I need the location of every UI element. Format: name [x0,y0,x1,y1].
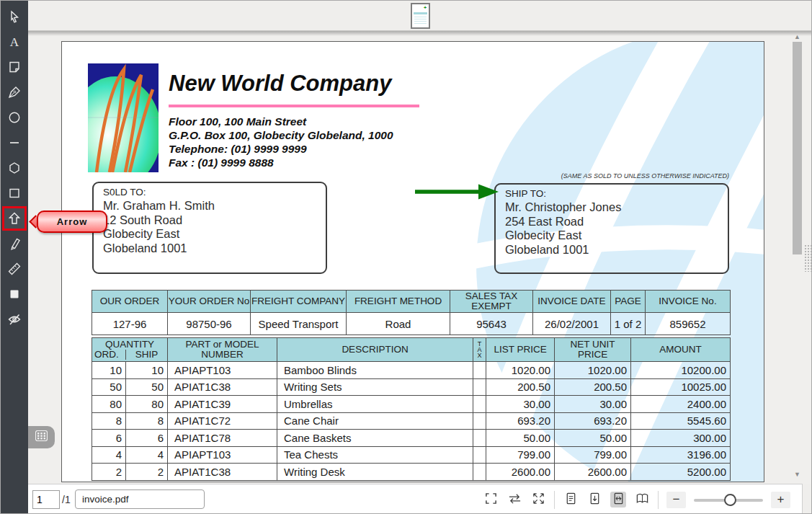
vertical-scroll-icon [588,492,602,508]
table-cell: Cane Baskets [277,430,473,447]
expand-button[interactable] [530,492,546,508]
col-page: PAGE [611,291,646,313]
col-freight-company: FREIGHT COMPANY [251,291,347,313]
ellipse-icon [7,110,22,125]
hide-annotations-tool-button[interactable] [2,307,27,332]
green-arrow-annotation[interactable] [408,183,501,200]
ship-to-box: SHIP TO: Mr. Christopher Jones 254 East … [494,183,729,274]
page-number-input[interactable] [32,490,60,509]
table-cell: 6 [126,430,168,447]
table-cell [473,412,486,430]
svg-text:A: A [10,35,19,49]
order-info-table: OUR ORDER YOUR ORDER No FREIGHT COMPANY … [92,290,731,335]
table-cell: 4 [92,446,126,464]
scroll-up-arrow[interactable]: ▲ [792,32,803,41]
table-cell: APIAT1C38 [168,378,277,396]
table-cell: 2400.00 [631,396,731,413]
table-cell: 10025.00 [631,378,731,396]
scrollbar-thumb[interactable] [793,42,802,254]
table-cell: APIAT1C38 [168,464,277,481]
arrow-tool-button[interactable] [2,206,27,231]
table-cell: 10 [126,362,168,379]
document-viewport: New World Company Floor 100, 100 Main St… [28,31,812,484]
page-spread-icon [612,492,625,508]
order-values-row: 127-96 98750-96 Speed Transport Road 956… [92,313,731,335]
line-tool-button[interactable] [2,130,27,155]
table-cell: 30.00 [555,396,631,413]
highlighter-tool-button[interactable] [2,231,27,256]
pointer-tool-button[interactable] [2,4,27,29]
table-cell: 50.00 [486,430,555,447]
pen-icon [7,85,22,99]
col-ord: ORD. [92,350,125,360]
zoom-out-button[interactable]: − [666,492,686,508]
highlighter-icon [7,236,22,251]
ship-to-label: SHIP TO: [505,188,718,199]
table-cell [473,446,486,464]
col-invoice-no: INVOICE No. [646,291,731,313]
book-view-button[interactable] [634,492,650,508]
table-cell: 200.50 [486,378,555,396]
zoom-slider-knob[interactable] [724,494,736,506]
table-cell: Writing Desk [277,464,473,481]
filename-input[interactable] [75,489,205,509]
polygon-icon [7,161,22,175]
ship-note: (SAME AS SOLD TO UNLESS OTHERWISE INDICA… [497,172,729,180]
table-cell: 1020.00 [555,362,631,379]
items-body: 1010APIAPT103Bamboo Blinds1020.001020.00… [92,362,731,481]
table-cell: 6 [92,430,126,447]
table-cell: 8 [126,412,168,430]
table-cell [473,430,486,447]
book-view-icon [635,492,649,508]
zoom-slider[interactable] [694,492,763,508]
table-row: 88APIAT1C72Cane Chair693.20693.205545.60 [92,412,731,430]
ruler-tool-button[interactable] [2,257,27,281]
table-cell [473,396,486,413]
table-cell: 3196.00 [631,446,731,464]
ellipse-tool-button[interactable] [2,105,27,130]
table-cell: APIAT1C78 [168,430,277,447]
fit-page-button[interactable] [483,492,499,508]
text-icon: A [7,35,22,49]
table-cell: 50 [126,378,168,396]
col-list-price: LIST PRICE [486,338,555,362]
table-row: 66APIAT1C78Cane Baskets50.0050.00300.00 [92,430,731,447]
page-thumbnail[interactable]: + [411,3,430,29]
page-count-label: /1 [62,494,71,505]
scroll-down-arrow[interactable]: ▼ [792,470,803,479]
single-page-icon [564,492,578,508]
items-header-row: QUANTITY ORD. SHIP PART or MODEL NUMBER … [92,338,731,362]
filled-rectangle-icon [7,287,22,301]
vertical-scroll-view-button[interactable] [586,492,602,508]
text-tool-button[interactable]: A [2,30,27,54]
table-cell: 200.50 [555,378,631,396]
table-cell: 693.20 [555,412,631,430]
annotation-toolbar: A [1,1,28,514]
note-tool-button[interactable] [2,55,27,79]
table-cell: 1020.00 [486,362,555,379]
table-cell: 80 [126,396,168,413]
fit-width-button[interactable] [507,492,522,508]
table-cell: 5545.60 [631,412,731,430]
polygon-tool-button[interactable] [2,156,27,180]
arrow-icon [7,211,22,226]
panel-resize-handle[interactable] [804,244,811,272]
table-cell: Cane Chair [277,412,473,430]
page-spread-view-button[interactable] [610,492,626,508]
col-ship: SHIP [125,350,167,360]
grid-panel-button[interactable] [28,426,55,448]
bottom-toolbar: /1 − + [28,484,803,514]
rectangle-tool-button[interactable] [2,181,27,205]
pen-tool-button[interactable] [2,80,27,105]
table-cell: 693.20 [486,412,555,430]
thumb-annotation-marker: + [424,5,427,10]
table-cell: 799.00 [486,446,555,464]
pdf-page: New World Company Floor 100, 100 Main St… [61,41,764,482]
table-cell: APIAT1C72 [168,412,277,430]
table-cell [473,464,486,481]
sold-to-box: S0LD TO: Mr. Graham H. Smith 12 South Ro… [92,182,327,274]
zoom-in-button[interactable]: + [771,492,790,508]
fit-width-icon [508,492,522,508]
filled-rectangle-tool-button[interactable] [2,282,27,306]
single-page-view-button[interactable] [563,492,579,508]
